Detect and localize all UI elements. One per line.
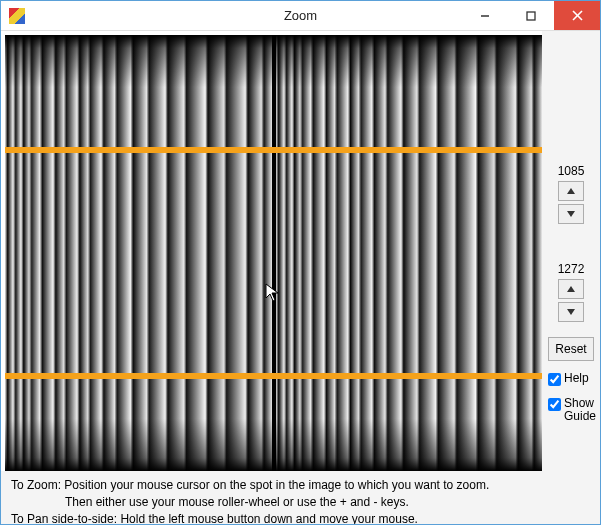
value2-up-button[interactable] [558,279,584,299]
help-line-3: To Pan side-to-side: Hold the left mouse… [11,511,590,525]
help-line-2: Then either use your mouse roller-wheel … [11,494,590,511]
help-checkbox-row[interactable]: Help [548,372,594,386]
svg-marker-5 [567,211,575,217]
vertical-fade [5,35,272,471]
value2-down-button[interactable] [558,302,584,322]
showguide-checkbox-row[interactable]: Show Guide [548,397,594,423]
showguide-checkbox-label: Show Guide [564,397,596,423]
value1-display: 1085 [548,164,594,178]
showguide-checkbox[interactable] [548,398,561,411]
svg-rect-1 [527,12,535,20]
reset-button-label: Reset [555,342,586,356]
vertical-fade [276,35,543,471]
content-area: 1085 1272 Reset Help Show Guide [1,31,600,471]
svg-marker-4 [567,188,575,194]
value2-display: 1272 [548,262,594,276]
help-checkbox[interactable] [548,373,561,386]
value1-up-button[interactable] [558,181,584,201]
app-icon [9,8,25,24]
guide-line-top [5,147,542,153]
help-checkbox-label: Help [564,372,589,385]
image-viewer[interactable] [5,35,542,471]
spectral-pane-right [276,35,543,471]
help-text: To Zoom: Position your mouse cursor on t… [1,471,600,525]
spectral-pane-left [5,35,272,471]
close-button[interactable] [554,1,600,30]
maximize-button[interactable] [508,1,554,30]
svg-marker-7 [567,309,575,315]
help-line-1: To Zoom: Position your mouse cursor on t… [11,477,590,494]
reset-button[interactable]: Reset [548,337,594,361]
svg-marker-6 [567,286,575,292]
titlebar: Zoom [1,1,600,31]
guide-line-bottom [5,373,542,379]
window-buttons [462,1,600,30]
spectral-panes [5,35,542,471]
minimize-button[interactable] [462,1,508,30]
side-panel: 1085 1272 Reset Help Show Guide [542,31,600,471]
value1-down-button[interactable] [558,204,584,224]
